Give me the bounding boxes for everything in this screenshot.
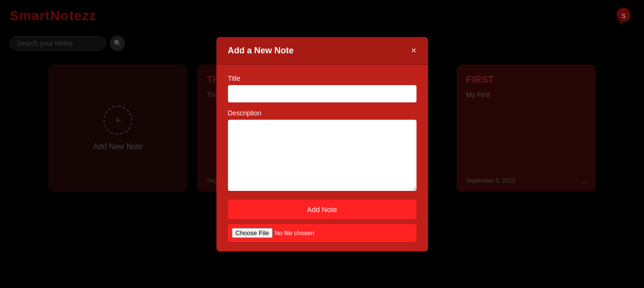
description-label: Description: [228, 109, 417, 117]
add-note-modal: Add a New Note × Title Description Add N…: [216, 37, 428, 251]
modal-close-button[interactable]: ×: [411, 46, 417, 55]
modal-title: Add a New Note: [228, 46, 294, 56]
description-textarea[interactable]: [228, 120, 417, 191]
file-input[interactable]: [232, 228, 413, 238]
add-note-button[interactable]: Add Note: [228, 200, 417, 219]
modal-overlay: Add a New Note × Title Description Add N…: [0, 0, 644, 288]
file-input-container: [228, 224, 417, 242]
modal-body: Title Description Add Note: [216, 65, 428, 251]
modal-header: Add a New Note ×: [216, 37, 428, 65]
title-input[interactable]: [228, 85, 417, 102]
title-label: Title: [228, 75, 417, 82]
